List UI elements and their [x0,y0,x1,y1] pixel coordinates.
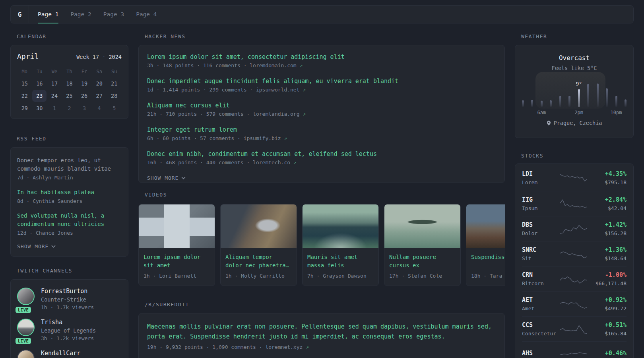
calendar-day[interactable]: 24 [47,90,62,102]
hn-domain-link[interactable]: loremdomain.com [250,62,296,68]
video-title[interactable]: Aliquam tempor dolor nec pharetra… [225,253,292,270]
stock-change: +2.84% [589,196,627,203]
subreddit-domain-link[interactable]: loremnet.xyz [265,344,303,350]
calendar-section-label: CALENDAR [17,33,128,39]
weather-time-label: 2pm [574,110,583,115]
stock-change: +0.51% [589,321,627,329]
calendar-day[interactable]: 20 [92,77,107,90]
avatar[interactable] [17,288,35,305]
calendar-day[interactable]: 28 [107,90,122,102]
calendar-day[interactable]: 27 [92,90,107,102]
stock-row[interactable]: DBSDolor +1.42%$156.28 [522,216,627,241]
calendar-day[interactable]: 17 [47,77,62,90]
calendar-day[interactable]: 5 [107,102,122,114]
hn-item: Donec imperdiet augue tincidunt felis al… [147,78,496,93]
hn-item-title[interactable]: Donec enim nibh, condimentum et accumsan… [147,151,496,157]
calendar-week-year: Week 17 · 2024 [76,54,122,60]
rss-feed-widget: Donec tempor eros leo, ut commodo mauris… [10,147,128,257]
video-thumbnail[interactable] [221,204,297,248]
hn-domain-link[interactable]: loremlandia.org [253,111,299,117]
calendar-day[interactable]: 19 [77,77,92,90]
video-title[interactable]: Nullam posuere cursus ex [389,253,456,270]
weather-bar [587,84,589,107]
rss-item-title[interactable]: In hac habitasse platea [17,188,122,197]
avatar[interactable] [17,350,35,358]
weather-bar [550,100,552,107]
rss-show-more-button[interactable]: SHOW MORE [17,243,122,249]
video-thumbnail[interactable] [466,204,505,248]
calendar-day[interactable]: 22 [17,90,32,102]
tab-page-4[interactable]: Page 4 [136,6,157,23]
stock-price: $165.84 [589,331,627,337]
twitch-channel-row: LIVE ForrestBurton Counter-Strike 1h · 1… [17,288,122,310]
weather-bar: 6am [541,101,543,107]
stock-name: Lorem [522,179,559,185]
stock-ticker: LDI [522,170,559,177]
videos-row: Lorem ipsum dolor sit amet consectetu… 1… [138,204,505,286]
external-link-icon: ↗ [284,135,287,141]
calendar-weekday-header: Mo [17,66,32,77]
stocks-widget: LDILorem +4.35%$795.18 IIGIpsum +2.84%$4… [515,163,634,358]
hn-domain-link[interactable]: loremtech.co [253,160,290,165]
weather-bars: 6am9°2pm10pm [522,82,627,107]
tab-page-1[interactable]: Page 1 [38,6,58,23]
twitch-channel-name[interactable]: ForrestBurton [41,288,94,295]
video-title[interactable]: Suspendisse diam [471,253,505,270]
calendar-day[interactable]: 29 [17,102,32,114]
stock-row[interactable]: SNRCSit +1.36%$148.64 [522,241,627,266]
calendar-day[interactable]: 2 [62,102,77,114]
calendar-day[interactable]: 21 [107,77,122,90]
stock-row[interactable]: LDILorem +4.35%$795.18 [522,165,627,191]
calendar-day[interactable]: 26 [77,90,92,102]
left-column: CALENDAR April Week 17 · 2024 MoTuWeThFr… [10,33,128,358]
stock-row[interactable]: AHS +0.46% [522,341,627,358]
hn-item-title[interactable]: Aliquam nec cursus elit [147,102,496,109]
hn-item-title[interactable]: Integer eget rutrum lorem [147,126,496,133]
calendar-day[interactable]: 16 [32,77,47,90]
stock-name: Bitcorn [522,280,559,286]
weather-condition: Overcast [522,54,627,62]
twitch-channel-row: LIVE Trisha League of Legends 3h · 1.2k … [17,319,122,341]
video-thumbnail[interactable] [139,204,215,248]
stock-row[interactable]: CRNBitcorn -1.00%$66,171.48 [522,266,627,291]
calendar-day-selected[interactable]: 23 [32,90,47,102]
app-logo[interactable]: G [11,6,29,23]
video-meta: 1h · Molly Carrillo [225,273,292,279]
calendar-day[interactable]: 3 [77,102,92,114]
stock-row[interactable]: CCSConsectetur +0.51%$165.84 [522,316,627,341]
calendar-day[interactable]: 4 [92,102,107,114]
hn-show-more-button[interactable]: SHOW MORE [147,175,496,181]
stock-row[interactable]: AETAmet +0.92%$499.72 [522,291,627,316]
video-thumbnail[interactable] [384,204,460,248]
tab-page-3[interactable]: Page 3 [103,6,124,23]
hn-item-title[interactable]: Lorem ipsum dolor sit amet, consectetur … [147,54,496,60]
twitch-channel-meta: 3h · 1.2k viewers [41,335,96,341]
hn-domain-link[interactable]: ipsumify.biz [244,135,281,141]
subreddit-post-title[interactable]: Maecenas mollis pulvinar erat non posuer… [147,322,496,342]
video-card: Mauris sit amet massa felis 7h · Grayson… [302,204,379,286]
hn-item-title[interactable]: Donec imperdiet augue tincidunt felis al… [147,78,496,84]
calendar-day[interactable]: 25 [62,90,77,102]
video-title[interactable]: Lorem ipsum dolor sit amet consectetu… [144,253,210,270]
external-link-icon: ↗ [306,344,309,350]
calendar-day[interactable]: 1 [47,102,62,114]
calendar-day[interactable]: 18 [62,77,77,90]
page-tabs: Page 1 Page 2 Page 3 Page 4 [38,6,157,23]
video-meta: 7h · Grayson Dawson [307,273,374,279]
hn-domain-link[interactable]: ipsumworld.net [256,87,300,93]
video-thumbnail[interactable] [303,204,378,248]
twitch-channel-name[interactable]: KendallCarr [41,350,80,357]
stock-row[interactable]: IIGIpsum +2.84%$42.04 [522,191,627,216]
rss-item-title[interactable]: Donec tempor eros leo, ut commodo mauris… [17,156,122,173]
calendar-day[interactable]: 30 [32,102,47,114]
rss-item-title[interactable]: Sed volutpat nulla nisl, a condimentum n… [17,212,122,228]
calendar-day[interactable]: 15 [17,77,32,90]
avatar[interactable] [17,319,35,336]
twitch-channel-name[interactable]: Trisha [41,319,96,326]
stock-name: Consectetur [522,331,559,337]
hn-item-meta: 1d · 1,414 points · 299 comments · ipsum… [147,87,496,93]
video-title[interactable]: Mauris sit amet massa felis [307,253,374,270]
weather-bar [568,96,570,107]
tab-page-2[interactable]: Page 2 [70,6,91,23]
hn-meta-text: 16h · 468 points · 440 comments · [147,160,253,165]
